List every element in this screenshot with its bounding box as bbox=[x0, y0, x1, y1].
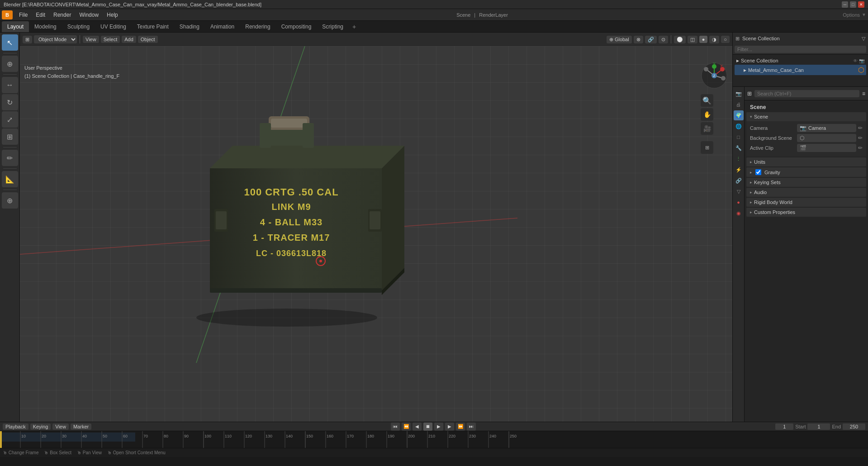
tab-modeling[interactable]: Modeling bbox=[29, 21, 62, 32]
add-tool-button[interactable]: ⊕ bbox=[2, 192, 18, 209]
cursor-tool-button[interactable]: ⊕ bbox=[2, 56, 18, 72]
timeline-ruler[interactable]: 10 20 30 40 50 60 70 80 90 100 110 120 1… bbox=[0, 431, 868, 448]
status-pan-view[interactable]: 🖱 Pan View bbox=[77, 450, 102, 455]
zoom-in-button[interactable]: 🔍 bbox=[701, 94, 713, 107]
transform-tool-button[interactable]: ⊞ bbox=[2, 128, 18, 145]
units-section-header[interactable]: ▸ Units bbox=[746, 157, 866, 166]
play-button[interactable]: ▶ bbox=[434, 423, 443, 431]
viewport-mode-icon[interactable]: ⊞ bbox=[23, 36, 32, 43]
menu-window[interactable]: Window bbox=[76, 11, 102, 19]
props-tab-world[interactable]: 🌐 bbox=[734, 121, 744, 131]
object-menu[interactable]: Object bbox=[138, 36, 158, 43]
jump-end-button[interactable]: ⏭ bbox=[467, 423, 476, 431]
minimize-button[interactable]: ─ bbox=[842, 1, 848, 8]
status-box-select[interactable]: 🖱 Box Select bbox=[44, 450, 71, 455]
keying-sets-header[interactable]: ▸ Keying Sets bbox=[746, 178, 866, 187]
global-transform[interactable]: ⊕ Global bbox=[607, 36, 632, 43]
maximize-button[interactable]: □ bbox=[850, 1, 856, 8]
material-shading[interactable]: ◑ bbox=[709, 36, 719, 43]
active-clip-value[interactable]: 🎬 bbox=[797, 144, 856, 152]
rigid-body-world-header[interactable]: ▸ Rigid Body World bbox=[746, 198, 866, 207]
outliner-filter-icon[interactable]: ▽ bbox=[862, 36, 865, 42]
outliner-scene-collection[interactable]: ▸ Scene Collection 👁 📷 bbox=[735, 57, 866, 65]
select-tool-button[interactable]: ↖ bbox=[2, 34, 18, 51]
tab-sculpting[interactable]: Sculpting bbox=[62, 21, 95, 32]
start-frame-input[interactable] bbox=[807, 423, 830, 430]
props-tab-output[interactable]: 🖨 bbox=[734, 100, 744, 109]
keying-menu[interactable]: Keying bbox=[30, 423, 51, 430]
tab-layout[interactable]: Layout bbox=[2, 21, 29, 32]
next-frame-button[interactable]: ▶ bbox=[445, 423, 454, 431]
props-tab-constraints[interactable]: 🔗 bbox=[734, 176, 744, 185]
menu-edit[interactable]: Edit bbox=[32, 11, 49, 19]
select-menu[interactable]: Select bbox=[101, 36, 120, 43]
menu-render[interactable]: Render bbox=[50, 11, 75, 19]
props-tab-scene[interactable]: 🌍 bbox=[734, 110, 744, 120]
custom-properties-header[interactable]: ▸ Custom Properties bbox=[746, 208, 866, 217]
props-tab-object[interactable]: □ bbox=[734, 132, 744, 142]
current-frame-input[interactable] bbox=[775, 423, 793, 430]
tab-animation[interactable]: Animation bbox=[205, 21, 240, 32]
outliner-ammo-can[interactable]: ▸ Metal_Ammo_Case_Can ⬡ bbox=[735, 65, 866, 75]
add-workspace-button[interactable]: + bbox=[349, 22, 360, 32]
solid-shading[interactable]: ● bbox=[699, 36, 708, 43]
camera-edit-icon[interactable]: ✏ bbox=[858, 125, 863, 131]
view-menu-timeline[interactable]: View bbox=[52, 423, 69, 430]
props-tab-object-data[interactable]: ▽ bbox=[734, 186, 744, 196]
tab-shading[interactable]: Shading bbox=[174, 21, 205, 32]
prev-keyframe-button[interactable]: ⏪ bbox=[402, 423, 411, 431]
pivot-point[interactable]: ⊗ bbox=[634, 36, 643, 43]
rotate-tool-button[interactable]: ↻ bbox=[2, 94, 18, 110]
stop-button[interactable]: ⏹ bbox=[423, 423, 432, 431]
close-button[interactable]: ✕ bbox=[858, 1, 864, 8]
prev-frame-button[interactable]: ◀ bbox=[413, 423, 422, 431]
gravity-section-header[interactable]: ▸ Gravity bbox=[746, 167, 866, 177]
next-keyframe-button[interactable]: ⏩ bbox=[456, 423, 465, 431]
props-tab-physics[interactable]: ⚡ bbox=[734, 165, 744, 175]
gravity-checkbox[interactable] bbox=[755, 169, 761, 175]
scale-tool-button[interactable]: ⤢ bbox=[2, 111, 18, 128]
view-front-button[interactable]: ⊞ bbox=[701, 141, 713, 154]
add-menu[interactable]: Add bbox=[122, 36, 136, 43]
proportional-edit[interactable]: ⊙ bbox=[659, 36, 668, 43]
scene-section-header[interactable]: ▾ Scene bbox=[746, 112, 866, 121]
camera-prop-value[interactable]: 📷 Camera bbox=[797, 124, 856, 132]
blender-logo[interactable]: B bbox=[2, 10, 13, 19]
xray-button[interactable]: ◫ bbox=[688, 36, 697, 43]
playback-menu[interactable]: Playback bbox=[3, 423, 28, 430]
props-tab-particles[interactable]: ⋮ bbox=[734, 154, 744, 164]
outliner-search[interactable] bbox=[735, 46, 866, 53]
status-context-menu[interactable]: 🖱 Open Short Context Menu bbox=[107, 450, 166, 455]
marker-menu[interactable]: Marker bbox=[71, 423, 91, 430]
move-tool-button[interactable]: ↔ bbox=[2, 77, 18, 93]
tab-scripting[interactable]: Scripting bbox=[317, 21, 349, 32]
status-change-frame[interactable]: 🖱 Change Frame bbox=[3, 450, 38, 455]
object-mode-select[interactable]: Object Mode Edit Mode Sculpt Mode bbox=[34, 35, 77, 43]
snap-settings[interactable]: 🔗 bbox=[645, 36, 657, 43]
tab-rendering[interactable]: Rendering bbox=[240, 21, 275, 32]
tab-uv-editing[interactable]: UV Editing bbox=[95, 21, 132, 32]
audio-header[interactable]: ▸ Audio bbox=[746, 188, 866, 197]
overlays-button[interactable]: ⚪ bbox=[674, 36, 686, 43]
view-menu[interactable]: View bbox=[83, 36, 99, 43]
viewport-3d[interactable]: ⊞ Object Mode Edit Mode Sculpt Mode View… bbox=[20, 33, 732, 422]
props-tab-material[interactable]: ● bbox=[734, 197, 744, 207]
props-search-input[interactable] bbox=[754, 90, 859, 97]
tab-texture-paint[interactable]: Texture Paint bbox=[132, 21, 174, 32]
active-clip-edit-icon[interactable]: ✏ bbox=[858, 145, 863, 151]
annotate-tool-button[interactable]: ✏ bbox=[2, 150, 18, 166]
props-options-icon[interactable]: ≡ bbox=[862, 90, 865, 97]
end-frame-input[interactable] bbox=[843, 423, 865, 430]
props-tab-shader[interactable]: ◉ bbox=[734, 208, 744, 218]
menu-help[interactable]: Help bbox=[103, 11, 122, 19]
measure-tool-button[interactable]: 📐 bbox=[2, 171, 18, 187]
menu-file[interactable]: File bbox=[15, 11, 31, 19]
props-tab-render[interactable]: 📷 bbox=[734, 89, 744, 99]
render-shading[interactable]: ○ bbox=[721, 36, 730, 43]
background-scene-edit-icon[interactable]: ✏ bbox=[858, 135, 863, 141]
pan-button[interactable]: ✋ bbox=[701, 108, 713, 121]
background-scene-value[interactable]: ⬡ bbox=[797, 134, 856, 142]
jump-start-button[interactable]: ⏮ bbox=[391, 423, 400, 431]
orbit-button[interactable]: 🎥 bbox=[701, 122, 713, 135]
tab-compositing[interactable]: Compositing bbox=[276, 21, 317, 32]
